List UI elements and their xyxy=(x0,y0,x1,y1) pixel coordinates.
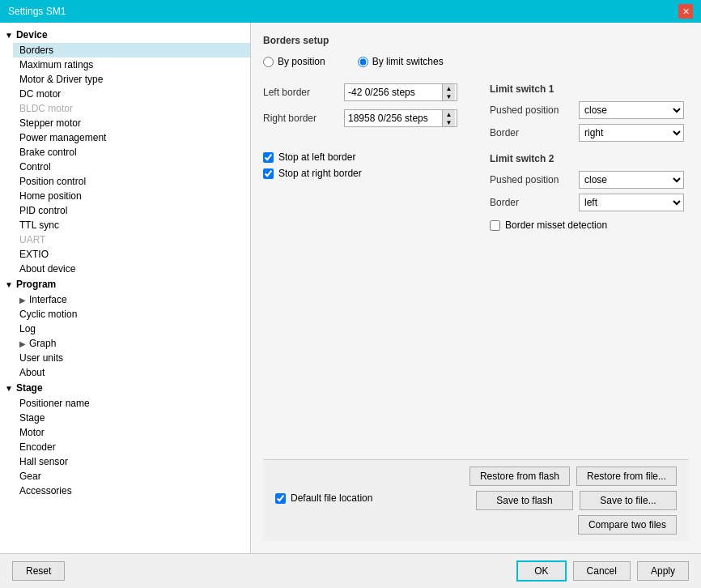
group-stage-label: Stage xyxy=(16,382,43,394)
ls2-border-select[interactable]: left right xyxy=(579,194,684,211)
restore-flash-button[interactable]: Restore from flash xyxy=(469,467,570,486)
sidebar-item-dc-motor[interactable]: DC motor xyxy=(13,87,250,101)
sidebar-item-extio[interactable]: EXTIO xyxy=(13,247,250,262)
ok-button[interactable]: OK xyxy=(516,560,566,582)
stop-left-checkbox-label[interactable]: Stop at left border xyxy=(263,151,457,163)
device-arrow-icon: ▼ xyxy=(5,31,13,40)
group-program[interactable]: ▼ Program xyxy=(0,276,250,292)
radio-by-limit-switches-label[interactable]: By limit switches xyxy=(358,56,444,67)
sidebar-item-about[interactable]: About xyxy=(13,365,250,380)
right-border-spin-buttons: ▲ ▼ xyxy=(442,110,455,126)
sidebar-item-encoder[interactable]: Encoder xyxy=(13,440,250,454)
left-border-up-button[interactable]: ▲ xyxy=(442,84,455,92)
sidebar-item-stage[interactable]: Stage xyxy=(13,411,250,425)
stop-right-checkbox[interactable] xyxy=(263,168,274,179)
sidebar-item-ttl-sync[interactable]: TTL sync xyxy=(13,218,250,232)
compare-files-button[interactable]: Compare two files xyxy=(578,515,677,535)
left-border-row: Left border -42 0/256 steps ▲ ▼ xyxy=(263,83,457,101)
program-arrow-icon: ▼ xyxy=(5,280,13,289)
radio-by-position[interactable] xyxy=(263,57,274,67)
radio-by-limit-switches[interactable] xyxy=(358,57,368,67)
stop-right-checkbox-label[interactable]: Stop at right border xyxy=(263,168,457,179)
dialog-buttons-bar: Reset OK Cancel Apply xyxy=(0,553,701,588)
border-fields: Left border -42 0/256 steps ▲ ▼ Right bo… xyxy=(263,83,474,231)
left-border-label: Left border xyxy=(263,87,344,98)
sidebar-item-user-units[interactable]: User units xyxy=(13,351,250,365)
ls1-border-select[interactable]: right left xyxy=(579,124,684,142)
left-border-spinbox[interactable]: -42 0/256 steps ▲ ▼ xyxy=(344,83,457,101)
default-file-checkbox[interactable] xyxy=(275,493,286,504)
sidebar-item-home-position[interactable]: Home position xyxy=(13,189,250,203)
ls2-pushed-position-select[interactable]: close open xyxy=(579,171,684,189)
ls1-border-label: Border xyxy=(490,127,579,138)
sidebar-item-stepper-motor[interactable]: Stepper motor xyxy=(13,116,250,130)
ls1-pushed-position-select[interactable]: close open xyxy=(579,101,684,119)
group-device[interactable]: ▼ Device xyxy=(0,27,250,43)
right-border-down-button[interactable]: ▼ xyxy=(442,118,455,126)
restore-file-button[interactable]: Restore from file... xyxy=(576,467,677,486)
right-border-spinbox[interactable]: 18958 0/256 steps ▲ ▼ xyxy=(344,109,457,127)
group-program-label: Program xyxy=(16,279,56,290)
radio-by-position-text: By position xyxy=(278,56,325,67)
title-bar: Settings SM1 ✕ xyxy=(0,0,701,23)
stage-children: Positioner name Stage Motor Encoder Hall… xyxy=(0,396,250,498)
left-border-down-button[interactable]: ▼ xyxy=(442,92,455,100)
sidebar-item-about-device[interactable]: About device xyxy=(13,262,250,276)
border-misset-row: Border misset detection xyxy=(490,219,689,231)
sidebar-item-graph[interactable]: ▶ Graph xyxy=(13,336,250,351)
close-button[interactable]: ✕ xyxy=(678,4,693,19)
stop-left-checkbox[interactable] xyxy=(263,152,274,163)
sidebar-item-borders[interactable]: Borders xyxy=(13,43,250,58)
compare-row: Compare two files xyxy=(275,515,677,535)
sidebar-item-log[interactable]: Log xyxy=(13,322,250,336)
border-misset-checkbox[interactable] xyxy=(490,220,500,231)
sidebar-item-power-management[interactable]: Power management xyxy=(13,130,250,145)
right-border-up-button[interactable]: ▲ xyxy=(442,110,455,118)
graph-arrow-icon: ▶ xyxy=(19,339,26,348)
sidebar-item-motor-driver-type[interactable]: Motor & Driver type xyxy=(13,72,250,87)
sidebar-item-control[interactable]: Control xyxy=(13,160,250,174)
restore-row: Restore from flash Restore from file... xyxy=(275,467,677,486)
right-border-input[interactable]: 18958 0/256 steps xyxy=(345,111,442,126)
default-file-location-label[interactable]: Default file location xyxy=(275,492,372,504)
device-children: Borders Maximum ratings Motor & Driver t… xyxy=(0,43,250,276)
group-stage[interactable]: ▼ Stage xyxy=(0,380,250,396)
ls2-pushed-position-row: Pushed position close open xyxy=(490,171,689,189)
apply-button[interactable]: Apply xyxy=(637,561,689,581)
ls1-pushed-position-label: Pushed position xyxy=(490,104,579,116)
stop-left-text: Stop at left border xyxy=(278,151,355,163)
ls1-pushed-position-row: Pushed position close open xyxy=(490,101,689,119)
save-flash-button[interactable]: Save to flash xyxy=(476,491,573,510)
default-file-text: Default file location xyxy=(291,492,372,504)
border-type-radio-group: By position By limit switches xyxy=(263,56,689,67)
sidebar-item-position-control[interactable]: Position control xyxy=(13,174,250,189)
limit-switch-1: Limit switch 1 Pushed position close ope… xyxy=(490,83,689,142)
sidebar-item-cyclic-motion[interactable]: Cyclic motion xyxy=(13,307,250,322)
radio-by-position-label[interactable]: By position xyxy=(263,56,325,67)
group-device-label: Device xyxy=(16,29,48,40)
sidebar-item-positioner-name[interactable]: Positioner name xyxy=(13,396,250,411)
left-border-spin-buttons: ▲ ▼ xyxy=(442,84,455,100)
border-misset-label: Border misset detection xyxy=(505,219,607,231)
sidebar-item-pid-control[interactable]: PID control xyxy=(13,203,250,218)
limit-switches-panel: Limit switch 1 Pushed position close ope… xyxy=(490,83,689,231)
left-border-input[interactable]: -42 0/256 steps xyxy=(345,85,442,100)
sidebar-item-hall-sensor[interactable]: Hall sensor xyxy=(13,454,250,469)
sidebar-item-accessories[interactable]: Accessories xyxy=(13,484,250,498)
borders-content: Left border -42 0/256 steps ▲ ▼ Right bo… xyxy=(263,83,689,231)
sidebar-item-motor[interactable]: Motor xyxy=(13,425,250,440)
save-file-button[interactable]: Save to file... xyxy=(580,491,677,510)
sidebar: ▼ Device Borders Maximum ratings Motor &… xyxy=(0,23,251,553)
limit-switch-1-title: Limit switch 1 xyxy=(490,83,689,95)
sidebar-item-interface[interactable]: ▶ Interface xyxy=(13,292,250,307)
right-border-label: Right border xyxy=(263,113,344,124)
sidebar-item-maximum-ratings[interactable]: Maximum ratings xyxy=(13,58,250,72)
sidebar-item-brake-control[interactable]: Brake control xyxy=(13,145,250,160)
sidebar-item-bldc-motor: BLDC motor xyxy=(13,101,250,116)
ls2-border-label: Border xyxy=(490,197,579,208)
cancel-button[interactable]: Cancel xyxy=(573,561,631,581)
reset-button[interactable]: Reset xyxy=(12,561,65,581)
stop-right-text: Stop at right border xyxy=(278,168,362,179)
program-children: ▶ Interface Cyclic motion Log ▶ Graph Us… xyxy=(0,292,250,380)
sidebar-item-gear[interactable]: Gear xyxy=(13,469,250,484)
